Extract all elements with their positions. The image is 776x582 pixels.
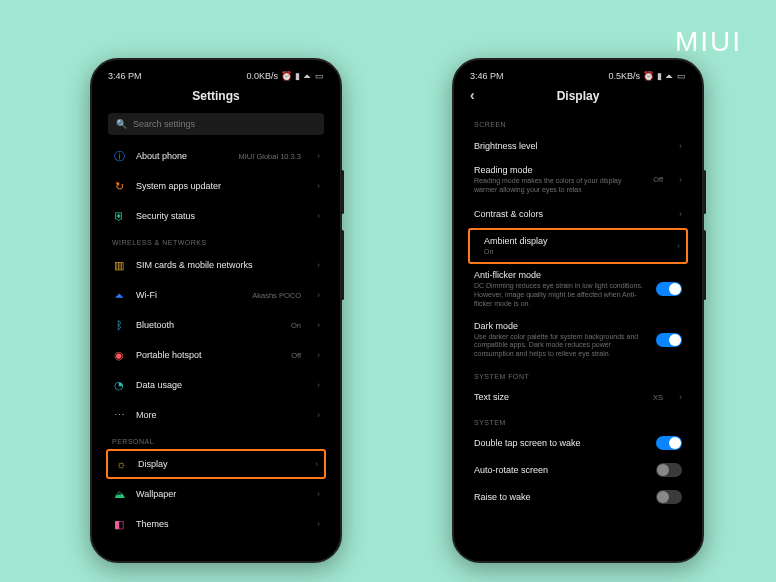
row-label: Bluetooth [136, 320, 174, 330]
row-brightness[interactable]: Brightness level › [460, 132, 696, 159]
toggle-dark-mode[interactable] [656, 333, 682, 347]
chevron-right-icon: › [317, 410, 320, 420]
row-anti-flicker[interactable]: Anti-flicker mode DC Dimming reduces eye… [460, 264, 696, 314]
battery-icon: ▭ [315, 71, 324, 81]
row-meta: Off [291, 351, 301, 360]
row-label: Auto-rotate screen [474, 465, 548, 475]
row-sim-cards[interactable]: ▥ SIM cards & mobile networks › [98, 250, 334, 280]
alarm-icon: ⏰ [281, 71, 292, 81]
row-label: Wallpaper [136, 489, 176, 499]
search-icon: 🔍 [116, 119, 127, 129]
toggle-auto-rotate[interactable] [656, 463, 682, 477]
section-system-font: SYSTEM FONT [460, 365, 696, 384]
screen-display: 3:46 PM 0.5KB/s ⏰ ▮ ⏶ ▭ ‹ Display SCREEN… [460, 66, 696, 553]
screen-settings: 3:46 PM 0.0KB/s ⏰ ▮ ⏶ ▭ Settings 🔍 Searc… [98, 66, 334, 553]
row-label: About phone [136, 151, 187, 161]
row-label: Raise to wake [474, 492, 531, 502]
chevron-right-icon: › [679, 392, 682, 402]
row-label: Security status [136, 211, 195, 221]
row-bluetooth[interactable]: ᛒ Bluetooth On › [98, 310, 334, 340]
row-meta: Akashs POCO [252, 291, 301, 300]
row-double-tap[interactable]: Double tap screen to wake [460, 430, 696, 457]
status-right: 0.0KB/s ⏰ ▮ ⏶ ▭ [246, 71, 324, 81]
row-label: Text size [474, 392, 509, 402]
row-display[interactable]: ☼ Display › [106, 449, 326, 479]
chevron-right-icon: › [317, 151, 320, 161]
status-time: 3:46 PM [470, 71, 504, 81]
phone-display: 3:46 PM 0.5KB/s ⏰ ▮ ⏶ ▭ ‹ Display SCREEN… [452, 58, 704, 563]
row-text-size[interactable]: Text size XS › [460, 384, 696, 411]
chevron-right-icon: › [317, 260, 320, 270]
row-label: Dark mode [474, 321, 644, 331]
row-label: Reading mode [474, 165, 643, 175]
wifi-icon: ⏶ [112, 288, 126, 302]
row-label: Data usage [136, 380, 182, 390]
display-list[interactable]: SCREEN Brightness level › Reading mode R… [460, 113, 696, 553]
status-net: 0.5KB/s [608, 71, 640, 81]
row-label: More [136, 410, 157, 420]
row-label: Ambient display [484, 236, 548, 246]
row-meta: XS [653, 393, 663, 402]
row-more[interactable]: ⋯ More › [98, 400, 334, 430]
row-security-status[interactable]: ⛨ Security status › [98, 201, 334, 231]
page-title: ‹ Display [460, 83, 696, 113]
toggle-double-tap[interactable] [656, 436, 682, 450]
row-wallpaper[interactable]: ⛰ Wallpaper › [98, 479, 334, 509]
row-meta: MIUI Global 10.3.3 [238, 152, 301, 161]
row-about-phone[interactable]: ⓘ About phone MIUI Global 10.3.3 › [98, 141, 334, 171]
row-sub: Reading mode makes the colors of your di… [474, 177, 643, 195]
section-system: SYSTEM [460, 411, 696, 430]
status-net: 0.0KB/s [246, 71, 278, 81]
row-dark-mode[interactable]: Dark mode Use darker color palette for s… [460, 315, 696, 365]
section-screen: SCREEN [460, 113, 696, 132]
chevron-right-icon: › [677, 241, 680, 251]
row-system-apps-updater[interactable]: ↻ System apps updater › [98, 171, 334, 201]
row-reading-mode[interactable]: Reading mode Reading mode makes the colo… [460, 159, 696, 201]
page-title: Settings [98, 83, 334, 113]
chevron-right-icon: › [317, 350, 320, 360]
row-auto-rotate[interactable]: Auto-rotate screen [460, 457, 696, 484]
row-sub: On [484, 248, 548, 257]
search-input[interactable]: 🔍 Search settings [108, 113, 324, 135]
row-themes[interactable]: ◧ Themes › [98, 509, 334, 539]
data-icon: ◔ [112, 378, 126, 392]
row-label: Contrast & colors [474, 209, 543, 219]
signal-icon: ▮ [295, 71, 300, 81]
row-label: Brightness level [474, 141, 538, 151]
row-wifi[interactable]: ⏶ Wi-Fi Akashs POCO › [98, 280, 334, 310]
row-contrast[interactable]: Contrast & colors › [460, 201, 696, 228]
sim-icon: ▥ [112, 258, 126, 272]
themes-icon: ◧ [112, 517, 126, 531]
row-ambient-display[interactable]: Ambient display On › [468, 228, 688, 265]
phone-settings: 3:46 PM 0.0KB/s ⏰ ▮ ⏶ ▭ Settings 🔍 Searc… [90, 58, 342, 563]
row-label: Themes [136, 519, 169, 529]
chevron-right-icon: › [317, 181, 320, 191]
row-hotspot[interactable]: ◉ Portable hotspot Off › [98, 340, 334, 370]
row-raise-to-wake[interactable]: Raise to wake [460, 484, 696, 511]
chevron-right-icon: › [317, 211, 320, 221]
chevron-right-icon: › [317, 380, 320, 390]
row-sub: Use darker color palette for system back… [474, 333, 644, 359]
row-data-usage[interactable]: ◔ Data usage › [98, 370, 334, 400]
back-button[interactable]: ‹ [470, 87, 475, 103]
row-label: Display [138, 459, 168, 469]
row-meta: On [291, 321, 301, 330]
wallpaper-icon: ⛰ [112, 487, 126, 501]
chevron-right-icon: › [679, 209, 682, 219]
bluetooth-icon: ᛒ [112, 318, 126, 332]
row-label: Portable hotspot [136, 350, 202, 360]
chevron-right-icon: › [317, 489, 320, 499]
row-meta: Off [653, 175, 663, 184]
toggle-raise-to-wake[interactable] [656, 490, 682, 504]
info-icon: ⓘ [112, 149, 126, 163]
shield-icon: ⛨ [112, 209, 126, 223]
toggle-anti-flicker[interactable] [656, 282, 682, 296]
row-label: System apps updater [136, 181, 221, 191]
battery-icon: ▭ [677, 71, 686, 81]
chevron-right-icon: › [679, 175, 682, 185]
row-label: SIM cards & mobile networks [136, 260, 253, 270]
section-personal: PERSONAL [98, 430, 334, 449]
chevron-right-icon: › [317, 519, 320, 529]
status-bar: 3:46 PM 0.5KB/s ⏰ ▮ ⏶ ▭ [460, 66, 696, 83]
settings-list[interactable]: ⓘ About phone MIUI Global 10.3.3 › ↻ Sys… [98, 141, 334, 553]
